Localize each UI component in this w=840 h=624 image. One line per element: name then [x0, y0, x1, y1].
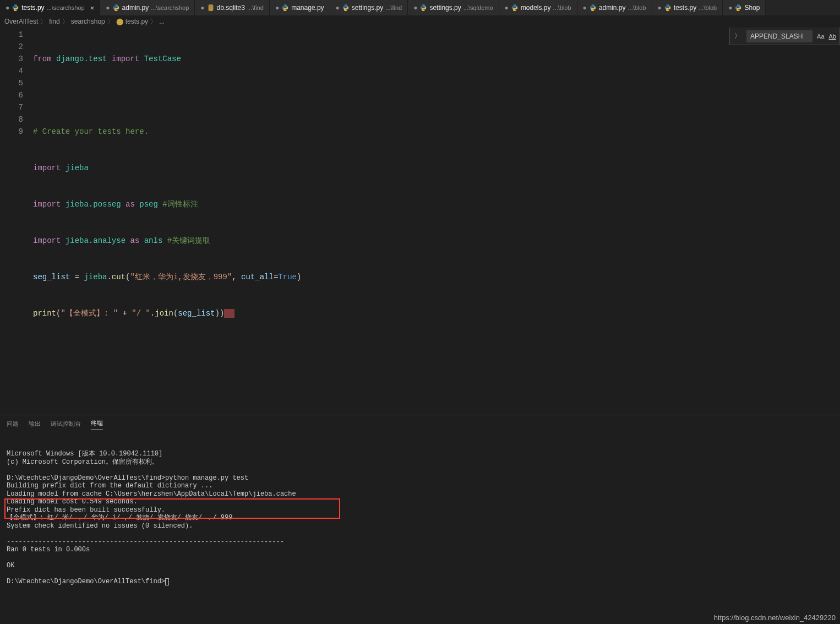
tab-path: ...\blob [699, 4, 717, 11]
tab-output[interactable]: 输出 [29, 417, 41, 430]
tab-label: models.py [521, 4, 551, 12]
find-widget[interactable]: 〉 Aa Ab [729, 28, 840, 45]
line-number: 8 [0, 113, 23, 126]
tab-path: ...\blob [553, 4, 571, 11]
comma: , [232, 273, 241, 281]
terminal-line: Ran 0 tests in 0.000s [7, 546, 833, 554]
tab-manage-py[interactable]: ●manage.py [270, 0, 330, 15]
code-content[interactable]: from django.test import TestCase # Creat… [33, 28, 840, 415]
keyword: as [130, 236, 139, 245]
line-number: 6 [0, 89, 23, 101]
crumb-file[interactable]: tests.py [126, 18, 148, 25]
tab-problems[interactable]: 问题 [7, 417, 19, 430]
breadcrumb[interactable]: OverAllTest 〉 find 〉 searchshop 〉 ⬤ test… [0, 15, 840, 28]
tab-Shop[interactable]: ●Shop [723, 0, 766, 15]
tab-db-sqlite3[interactable]: ●db.sqlite3...\find [195, 0, 270, 15]
chevron-right-icon[interactable]: 〉 [733, 31, 742, 41]
tab-debug-console[interactable]: 调试控制台 [51, 417, 81, 430]
comment: #关键词提取 [167, 236, 210, 245]
operator: = [70, 273, 84, 281]
tab-admin-py[interactable]: ●admin.py...\blob [577, 0, 652, 15]
editor-area[interactable]: 123456789 from django.test import TestCa… [0, 28, 840, 415]
dirty-dot-icon: ● [106, 4, 110, 12]
terminal-line [7, 466, 833, 474]
crumb-folder[interactable]: find [49, 18, 59, 25]
line-number: 4 [0, 65, 23, 77]
terminal-line: OK [7, 562, 833, 570]
tab-terminal[interactable]: 终端 [91, 417, 103, 430]
tab-label: settings.py [352, 4, 383, 12]
operator: + [118, 309, 132, 318]
dirty-dot-icon: ● [505, 4, 509, 12]
tab-tests-py[interactable]: ●tests.py...\blob [652, 0, 723, 15]
tab-tests-py[interactable]: ●tests.py...\searchshop× [0, 0, 100, 15]
tab-label: admin.py [599, 4, 626, 12]
tab-settings-py[interactable]: ●settings.py...\sqldemo [408, 0, 499, 15]
line-number: 1 [0, 29, 23, 41]
chevron-right-icon: 〉 [107, 17, 114, 26]
tab-path: ...\find [385, 4, 402, 11]
string: "红米，华为i,发烧友，999" [130, 273, 232, 281]
terminal-line: D:\Wtechtec\DjangoDemo\OverAllTest\find>… [7, 474, 833, 482]
terminal-line [7, 570, 833, 578]
keyword: import [33, 236, 61, 245]
keyword: import [33, 164, 61, 172]
module: jieba.posseg [66, 200, 121, 209]
tab-path: ...\sqldemo [463, 4, 493, 11]
python-icon: ⬤ [116, 18, 123, 25]
paren: ) [297, 273, 301, 281]
editor-tabs: ●tests.py...\searchshop×●admin.py...\sea… [0, 0, 840, 15]
tab-label: admin.py [122, 4, 149, 12]
terminal-line: Loading model from cache C:\Users\herzsh… [7, 490, 833, 498]
panel-tabs: 问题 输出 调试控制台 终端 [0, 415, 840, 432]
tab-models-py[interactable]: ●models.py...\blob [499, 0, 577, 15]
selection-highlight [224, 309, 234, 318]
crumb-folder[interactable]: searchshop [71, 18, 105, 25]
terminal-line [7, 530, 833, 538]
dirty-dot-icon: ● [583, 4, 587, 12]
dirty-dot-icon: ● [413, 4, 417, 12]
line-number: 7 [0, 101, 23, 113]
keyword: import [112, 55, 139, 63]
keyword: import [33, 200, 61, 209]
terminal-line: Prefix dict has been built successfully. [7, 506, 833, 514]
chevron-right-icon: 〉 [40, 17, 47, 26]
crumb-more[interactable]: ... [159, 18, 165, 25]
comment: # Create your tests here. [33, 127, 149, 136]
paren: )) [215, 309, 225, 318]
close-icon[interactable]: × [90, 4, 95, 12]
tab-label: Shop [744, 4, 760, 12]
line-gutter: 123456789 [0, 28, 33, 415]
dirty-dot-icon: ● [728, 4, 732, 12]
function: join [155, 309, 173, 318]
match-word-toggle[interactable]: Ab [829, 33, 836, 40]
crumb-root[interactable]: OverAllTest [4, 18, 38, 25]
dot: . [107, 273, 111, 281]
terminal-line: ----------------------------------------… [7, 538, 833, 546]
module: jieba.analyse [66, 236, 126, 245]
tab-admin-py[interactable]: ●admin.py...\searchshop [100, 0, 195, 15]
identifier: pseg [139, 200, 158, 209]
string: "/ " [132, 309, 150, 318]
function: print [33, 309, 56, 318]
watermark-text: https://blog.csdn.net/weixin_42429220 [714, 614, 836, 622]
terminal-cursor [165, 578, 169, 585]
module: django.test [56, 55, 107, 63]
dirty-dot-icon: ● [658, 4, 662, 12]
variable: seg_list [178, 309, 215, 318]
terminal-line: Microsoft Windows [版本 10.0.19042.1110] [7, 450, 833, 458]
function: cut [112, 273, 126, 281]
terminal-line: Loading model cost 0.549 seconds. [7, 498, 833, 506]
terminal-output[interactable]: Microsoft Windows [版本 10.0.19042.1110](c… [0, 432, 840, 624]
terminal-line: (c) Microsoft Corporation。保留所有权利。 [7, 458, 833, 466]
tab-path: ...\blob [628, 4, 646, 11]
terminal-line: D:\Wtechtec\DjangoDemo\OverAllTest\find> [7, 578, 833, 586]
variable: seg_list [33, 273, 70, 281]
tab-label: tests.py [674, 4, 696, 12]
tab-path: ...\searchshop [151, 4, 189, 11]
line-number: 9 [0, 126, 23, 138]
tab-settings-py[interactable]: ●settings.py...\find [330, 0, 408, 15]
find-input[interactable] [746, 30, 812, 42]
module: jieba [66, 164, 89, 172]
match-case-toggle[interactable]: Aa [817, 33, 824, 40]
